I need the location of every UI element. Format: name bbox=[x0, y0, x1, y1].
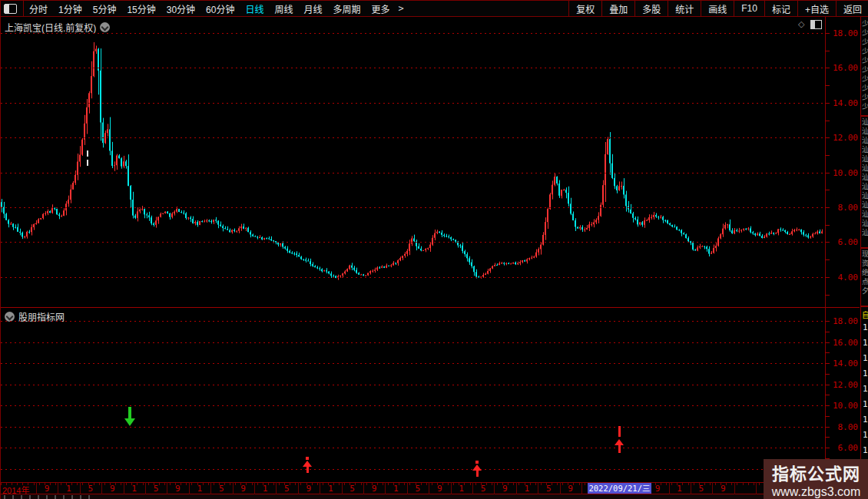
tab-period-7[interactable]: 周线 bbox=[269, 2, 298, 15]
tab-period-10[interactable]: 更多 bbox=[366, 2, 396, 15]
toolbar-button-1[interactable]: 叠加 bbox=[601, 1, 634, 16]
tab-period-6[interactable]: 日线 bbox=[240, 2, 269, 15]
signal-arrow-up-dot bbox=[301, 457, 313, 487]
x-axis-cell-border bbox=[145, 482, 146, 494]
x-axis-cell-border bbox=[124, 482, 124, 494]
main-y-label: 12.00 bbox=[826, 133, 858, 143]
main-gridline bbox=[1, 242, 825, 243]
main-y-label: 10.00 bbox=[826, 168, 858, 178]
panel2-y-tick bbox=[825, 416, 830, 417]
x-axis-cell-border bbox=[298, 482, 299, 494]
main-y-label: 8.00 bbox=[826, 203, 858, 213]
watermark-site-url: www.zbgs3.com bbox=[772, 485, 861, 499]
x-axis-label: 5 bbox=[82, 484, 99, 494]
main-y-label: 18.00 bbox=[826, 28, 858, 38]
x-axis-cell-border bbox=[276, 482, 277, 494]
x-axis-cell-border bbox=[254, 482, 255, 494]
panel2-y-label: 8.00 bbox=[826, 422, 858, 432]
panel2-y-label: 6.00 bbox=[826, 443, 858, 453]
main-y-tick bbox=[825, 137, 830, 138]
right-strip-divider bbox=[861, 306, 868, 307]
tab-period-0[interactable]: 分时 bbox=[24, 2, 53, 15]
signal-part bbox=[128, 407, 131, 418]
main-y-label: 16.00 bbox=[826, 63, 858, 73]
main-y-tick bbox=[825, 190, 830, 190]
panel2-y-tick bbox=[825, 352, 830, 353]
x-axis-cell-border bbox=[669, 482, 670, 494]
main-y-tick bbox=[825, 68, 830, 68]
panel2-gridline bbox=[1, 363, 825, 364]
toolbar-button-4[interactable]: 画线 bbox=[701, 1, 734, 16]
x-axis-cell-border bbox=[581, 482, 582, 494]
panel2-y-tick bbox=[825, 374, 830, 375]
x-axis-cell-border bbox=[712, 482, 713, 494]
layout-toggle[interactable] bbox=[1, 1, 24, 16]
x-axis-cell-border bbox=[80, 482, 81, 494]
signal-part bbox=[124, 418, 135, 426]
toolbar-button-6[interactable]: 标记 bbox=[764, 1, 797, 16]
signal-arrow-down bbox=[124, 407, 136, 438]
x-axis-cell-border bbox=[407, 482, 408, 494]
x-axis-cell-border bbox=[320, 482, 320, 494]
signal-part bbox=[303, 461, 312, 467]
panel2-y-label: 14.00 bbox=[826, 359, 858, 368]
selected-date-badge: 2022/09/21/三 bbox=[588, 483, 651, 494]
right-strip-digit: 1 bbox=[863, 430, 868, 440]
right-strip-text-1: 少少少少少少少少少少 bbox=[861, 20, 868, 112]
panel2-y-tick bbox=[825, 437, 830, 438]
x-axis-cell-border bbox=[429, 482, 429, 494]
main-y-tick bbox=[825, 242, 830, 243]
more-chevron-icon[interactable]: > bbox=[396, 3, 407, 14]
panel2-y-label: 12.00 bbox=[826, 380, 858, 390]
right-strip-digit: 1 bbox=[863, 415, 868, 425]
right-strip-text-2: 汕汕汕汕汕汕汕汕汕汕汕汕汕 bbox=[861, 118, 868, 246]
panel2-y-label: 10.00 bbox=[826, 401, 858, 411]
tab-period-8[interactable]: 月线 bbox=[299, 2, 328, 15]
main-y-tick bbox=[825, 207, 830, 208]
panel2-y-tick bbox=[825, 385, 830, 385]
x-axis-label: 9 bbox=[235, 484, 252, 494]
main-y-tick bbox=[825, 277, 830, 278]
signal-part bbox=[306, 467, 309, 473]
toolbar-button-0[interactable]: 复权 bbox=[568, 1, 601, 16]
panel2-y-tick bbox=[825, 332, 830, 332]
main-y-tick bbox=[825, 259, 830, 260]
main-y-tick bbox=[825, 225, 830, 226]
x-axis-cell-border bbox=[58, 482, 58, 494]
tab-period-2[interactable]: 5分钟 bbox=[88, 2, 122, 15]
tab-period-1[interactable]: 1分钟 bbox=[53, 2, 88, 15]
action-buttons: 复权叠加多股统计画线F10标记+自选返回 bbox=[568, 1, 868, 16]
candlestick-chart[interactable] bbox=[1, 17, 825, 307]
main-y-label: 6.00 bbox=[826, 237, 858, 247]
plot-right-border bbox=[825, 17, 826, 482]
signal-part bbox=[615, 439, 624, 445]
toolbar-button-3[interactable]: 统计 bbox=[668, 1, 701, 16]
main-y-tick bbox=[825, 155, 830, 156]
toolbar-button-8[interactable]: 返回 bbox=[836, 1, 868, 16]
panel2-y-tick bbox=[825, 363, 830, 364]
toolbar-button-7[interactable]: +自选 bbox=[797, 1, 836, 16]
x-axis-label: 1 bbox=[60, 484, 77, 494]
right-strip-badge: 自 bbox=[862, 309, 868, 320]
main-gridline bbox=[1, 207, 825, 208]
x-axis-cell-border bbox=[210, 482, 211, 494]
main-gridline bbox=[1, 173, 825, 173]
x-axis-cell-border bbox=[516, 482, 517, 494]
signal-part bbox=[472, 464, 482, 471]
tab-period-9[interactable]: 多周期 bbox=[328, 2, 366, 15]
x-axis-cell-border bbox=[451, 482, 452, 494]
x-axis-cell-border bbox=[756, 482, 757, 494]
x-axis-label: 1 bbox=[126, 484, 143, 494]
tab-period-4[interactable]: 30分钟 bbox=[161, 2, 200, 15]
tab-period-5[interactable]: 60分钟 bbox=[200, 2, 240, 15]
panel2-y-label: 16.00 bbox=[826, 338, 858, 348]
main-y-tick bbox=[825, 121, 830, 121]
tab-period-3[interactable]: 15分钟 bbox=[121, 2, 161, 15]
panel2-gridline bbox=[1, 342, 825, 343]
main-y-tick bbox=[825, 51, 830, 51]
right-strip-digit: 1 bbox=[863, 322, 868, 332]
x-axis-label: 5 bbox=[147, 484, 164, 494]
toolbar-button-2[interactable]: 多股 bbox=[634, 1, 668, 16]
toolbar-button-5[interactable]: F10 bbox=[734, 1, 764, 16]
right-strip-divider bbox=[861, 115, 868, 117]
